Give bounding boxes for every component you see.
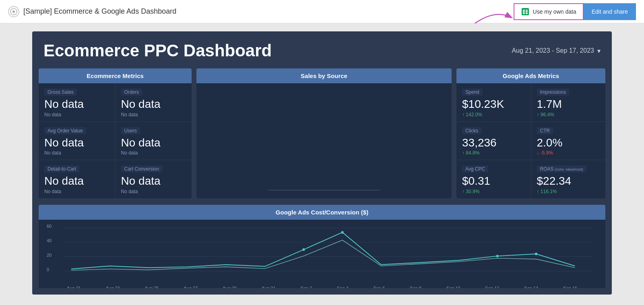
arrow-annotation — [471, 7, 519, 29]
cart-conversion-sub: No data — [121, 189, 186, 194]
roas-cell: ROAS (conv. value/cost) $22.34 ↑ 116.1% — [531, 160, 606, 198]
use-own-data-label: Use my own data — [533, 8, 576, 15]
roas-change: ↑ 116.1% — [537, 189, 600, 194]
avg-cpc-value: $0.31 — [462, 174, 525, 188]
header-left: [Sample] Ecommerce & Google Ads Dashboar… — [8, 6, 176, 17]
x-label-aug31: Aug 31 — [262, 286, 276, 288]
y-axis-labels: 60 40 20 0 — [47, 224, 52, 272]
impressions-value: 1.7M — [537, 97, 600, 111]
sheets-icon — [521, 7, 530, 16]
svg-point-1 — [12, 10, 15, 13]
cart-conversion-label: Cart Conversion — [121, 165, 163, 173]
detail-to-cart-label: Detail-to-Cart — [44, 165, 79, 173]
avg-cpc-change: ↑ 30.9% — [462, 189, 525, 194]
users-sub: No data — [121, 150, 186, 156]
header: [Sample] Ecommerce & Google Ads Dashboar… — [0, 0, 644, 23]
users-label: Users — [121, 127, 140, 134]
edit-share-label: Edit and share — [592, 8, 628, 15]
clicks-label: Clicks — [462, 127, 481, 134]
orders-label: Orders — [121, 89, 142, 96]
clicks-value: 33,236 — [462, 136, 525, 150]
x-label-sep14: Sep 14 — [524, 286, 538, 288]
chart-area: 60 40 20 0 — [39, 220, 605, 288]
svg-rect-4 — [526, 10, 528, 11]
spend-change: ↑ 142.0% — [462, 112, 525, 117]
x-label-sep4: Sep 4 — [337, 286, 349, 288]
x-label-aug21: Aug 21 — [67, 286, 81, 288]
ecommerce-metrics-section: Ecommerce Metrics Gross Sales No data No… — [39, 68, 192, 198]
edit-and-share-button[interactable]: Edit and share — [584, 3, 636, 20]
clicks-change: ↑ 84.8% — [462, 150, 525, 156]
detail-to-cart-cell: Detail-to-Cart No data No data — [39, 160, 115, 198]
cost-conversion-section: Google Ads Cost/Conversion ($) 60 40 20 … — [39, 205, 605, 288]
google-ads-metrics-header: Google Ads Metrics — [456, 68, 605, 83]
gross-sales-value: No data — [44, 97, 109, 111]
sales-empty-line — [268, 190, 380, 190]
use-own-data-button[interactable]: Use my own data — [514, 3, 584, 20]
y-label-0: 0 — [47, 267, 52, 272]
header-right: Use my own data Edit and share — [514, 3, 636, 20]
avg-cpc-cell: Avg CPC $0.31 ↑ 30.9% — [456, 160, 531, 198]
dashboard-header: Ecommerce PPC Dashboard Aug 21, 2023 - S… — [32, 31, 612, 68]
dashboard: Ecommerce PPC Dashboard Aug 21, 2023 - S… — [32, 31, 612, 295]
spend-value: $10.23K — [462, 97, 525, 111]
svg-rect-8 — [526, 13, 528, 14]
svg-point-13 — [302, 248, 305, 251]
gross-sales-label: Gross Sales — [44, 89, 77, 96]
spend-label: Spend — [462, 89, 483, 96]
date-range-dropdown-icon: ▾ — [597, 47, 601, 55]
svg-rect-6 — [526, 11, 528, 12]
page-title: [Sample] Ecommerce & Google Ads Dashboar… — [23, 7, 176, 16]
orders-sub: No data — [121, 112, 186, 117]
date-range[interactable]: Aug 21, 2023 - Sep 17, 2023 ▾ — [512, 47, 601, 55]
svg-rect-7 — [523, 13, 525, 14]
x-label-aug25: Aug 25 — [144, 286, 159, 288]
y-label-20: 20 — [47, 253, 52, 258]
google-ads-metrics-grid: Spend $10.23K ↑ 142.0% Impressions 1.7M … — [456, 83, 605, 198]
x-label-sep16: Sep 16 — [563, 286, 577, 288]
google-ads-metrics-section: Google Ads Metrics Spend $10.23K ↑ 142.0… — [456, 68, 605, 198]
gross-sales-cell: Gross Sales No data No data — [39, 83, 115, 122]
app-logo — [8, 6, 19, 17]
svg-point-16 — [535, 253, 537, 255]
x-label-aug23: Aug 23 — [106, 286, 120, 288]
orders-cell: Orders No data No data — [116, 83, 192, 122]
orders-value: No data — [121, 97, 186, 111]
x-label-sep6: Sep 6 — [374, 286, 385, 288]
sales-by-source-section: Sales by Source — [196, 68, 452, 198]
ctr-change: ↓ -5.9% — [537, 150, 600, 156]
avg-order-value-sub: No data — [44, 150, 109, 156]
svg-rect-3 — [523, 10, 525, 11]
x-label-sep10: Sep 10 — [446, 286, 460, 288]
cost-conversion-chart — [47, 224, 597, 284]
sales-by-source-body — [196, 83, 452, 198]
clicks-cell: Clicks 33,236 ↑ 84.8% — [456, 122, 531, 160]
date-range-text: Aug 21, 2023 - Sep 17, 2023 — [512, 47, 594, 54]
users-value: No data — [121, 136, 186, 150]
ctr-label: CTR — [537, 127, 553, 134]
x-axis-labels: Aug 21 Aug 23 Aug 25 Aug 27 Aug 29 Aug 3… — [47, 286, 597, 288]
detail-to-cart-value: No data — [44, 174, 109, 188]
cost-conversion-header: Google Ads Cost/Conversion ($) — [39, 205, 605, 220]
roas-value: $22.34 — [537, 174, 600, 188]
avg-order-value-value: No data — [44, 136, 109, 150]
dashboard-title: Ecommerce PPC Dashboard — [43, 41, 272, 60]
cart-conversion-cell: Cart Conversion No data No data — [116, 160, 192, 198]
x-label-aug29: Aug 29 — [223, 286, 237, 288]
sales-by-source-header: Sales by Source — [196, 68, 452, 83]
y-label-60: 60 — [47, 224, 52, 229]
detail-to-cart-sub: No data — [44, 189, 109, 194]
x-label-sep8: Sep 8 — [410, 286, 421, 288]
ctr-value: 2.0% — [537, 136, 600, 150]
avg-order-value-cell: Avg Order Value No data No data — [39, 122, 115, 160]
cart-conversion-value: No data — [121, 174, 186, 188]
metrics-row: Ecommerce Metrics Gross Sales No data No… — [32, 68, 612, 205]
svg-point-14 — [341, 231, 344, 233]
gross-sales-sub: No data — [44, 112, 109, 117]
ctr-cell: CTR 2.0% ↓ -5.9% — [531, 122, 606, 160]
impressions-label: Impressions — [537, 89, 570, 96]
impressions-cell: Impressions 1.7M ↑ 96.4% — [531, 83, 606, 122]
users-cell: Users No data No data — [116, 122, 192, 160]
y-label-40: 40 — [47, 238, 52, 243]
svg-rect-2 — [522, 8, 529, 15]
